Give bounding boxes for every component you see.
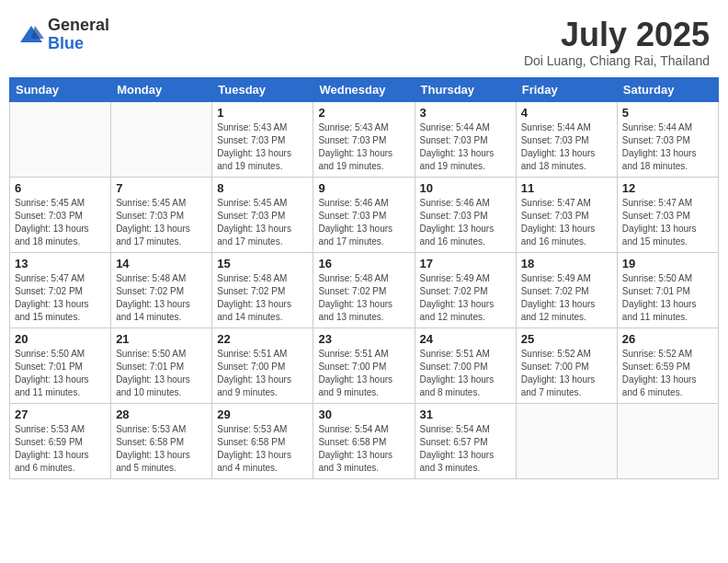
calendar-cell: 8Sunrise: 5:45 AM Sunset: 7:03 PM Daylig…: [212, 177, 313, 252]
calendar-cell: 2Sunrise: 5:43 AM Sunset: 7:03 PM Daylig…: [313, 101, 415, 177]
day-number: 11: [521, 181, 612, 195]
day-number: 23: [318, 332, 409, 346]
location-title: Doi Luang, Chiang Rai, Thailand: [524, 53, 710, 68]
day-detail: Sunrise: 5:52 AM Sunset: 6:59 PM Dayligh…: [622, 348, 713, 399]
day-detail: Sunrise: 5:43 AM Sunset: 7:03 PM Dayligh…: [217, 121, 308, 173]
weekday-header-row: SundayMondayTuesdayWednesdayThursdayFrid…: [10, 77, 719, 101]
calendar-cell: 4Sunrise: 5:44 AM Sunset: 7:03 PM Daylig…: [516, 101, 617, 177]
logo-blue: Blue: [48, 35, 109, 53]
day-detail: Sunrise: 5:53 AM Sunset: 6:59 PM Dayligh…: [15, 423, 106, 475]
calendar-cell: 17Sunrise: 5:49 AM Sunset: 7:02 PM Dayli…: [415, 252, 516, 327]
day-detail: Sunrise: 5:46 AM Sunset: 7:03 PM Dayligh…: [420, 197, 511, 248]
day-number: 3: [420, 106, 511, 120]
logo-text: General Blue: [48, 17, 109, 53]
calendar-cell: 27Sunrise: 5:53 AM Sunset: 6:59 PM Dayli…: [10, 403, 111, 478]
calendar-cell: 15Sunrise: 5:48 AM Sunset: 7:02 PM Dayli…: [212, 252, 313, 327]
calendar-cell: 30Sunrise: 5:54 AM Sunset: 6:58 PM Dayli…: [313, 403, 415, 478]
day-number: 20: [15, 332, 106, 346]
day-number: 21: [116, 332, 207, 346]
calendar-cell: 13Sunrise: 5:47 AM Sunset: 7:02 PM Dayli…: [10, 252, 111, 327]
calendar-cell: 28Sunrise: 5:53 AM Sunset: 6:58 PM Dayli…: [111, 403, 212, 478]
calendar-cell: 21Sunrise: 5:50 AM Sunset: 7:01 PM Dayli…: [111, 327, 212, 403]
day-detail: Sunrise: 5:44 AM Sunset: 7:03 PM Dayligh…: [521, 121, 612, 173]
day-number: 16: [318, 257, 409, 270]
day-number: 14: [116, 257, 207, 270]
day-detail: Sunrise: 5:53 AM Sunset: 6:58 PM Dayligh…: [217, 423, 308, 475]
day-detail: Sunrise: 5:45 AM Sunset: 7:03 PM Dayligh…: [217, 197, 308, 248]
day-detail: Sunrise: 5:51 AM Sunset: 7:00 PM Dayligh…: [420, 348, 511, 399]
day-detail: Sunrise: 5:52 AM Sunset: 7:00 PM Dayligh…: [521, 348, 612, 399]
day-number: 22: [217, 332, 308, 346]
day-detail: Sunrise: 5:50 AM Sunset: 7:01 PM Dayligh…: [15, 348, 106, 399]
calendar-cell: 31Sunrise: 5:54 AM Sunset: 6:57 PM Dayli…: [415, 403, 516, 478]
weekday-header: Thursday: [415, 77, 516, 101]
calendar-cell: 29Sunrise: 5:53 AM Sunset: 6:58 PM Dayli…: [212, 403, 313, 478]
day-detail: Sunrise: 5:50 AM Sunset: 7:01 PM Dayligh…: [622, 272, 713, 324]
calendar-cell: [617, 403, 718, 478]
calendar-cell: 20Sunrise: 5:50 AM Sunset: 7:01 PM Dayli…: [10, 327, 111, 403]
calendar-cell: 18Sunrise: 5:49 AM Sunset: 7:02 PM Dayli…: [516, 252, 617, 327]
day-detail: Sunrise: 5:45 AM Sunset: 7:03 PM Dayligh…: [15, 197, 106, 248]
calendar-cell: [516, 403, 617, 478]
logo-general: General: [48, 17, 109, 35]
day-number: 10: [420, 181, 511, 195]
day-detail: Sunrise: 5:51 AM Sunset: 7:00 PM Dayligh…: [217, 348, 308, 399]
day-number: 6: [15, 181, 106, 195]
day-detail: Sunrise: 5:50 AM Sunset: 7:01 PM Dayligh…: [116, 348, 207, 399]
day-detail: Sunrise: 5:48 AM Sunset: 7:02 PM Dayligh…: [318, 272, 409, 324]
month-title: July 2025: [524, 17, 710, 53]
day-number: 15: [217, 257, 308, 270]
day-number: 13: [15, 257, 106, 270]
logo-icon: [18, 22, 44, 48]
day-detail: Sunrise: 5:54 AM Sunset: 6:58 PM Dayligh…: [318, 423, 409, 475]
calendar: SundayMondayTuesdayWednesdayThursdayFrid…: [9, 77, 719, 479]
day-detail: Sunrise: 5:46 AM Sunset: 7:03 PM Dayligh…: [318, 197, 409, 248]
day-detail: Sunrise: 5:49 AM Sunset: 7:02 PM Dayligh…: [521, 272, 612, 324]
day-detail: Sunrise: 5:43 AM Sunset: 7:03 PM Dayligh…: [318, 121, 409, 173]
calendar-cell: 24Sunrise: 5:51 AM Sunset: 7:00 PM Dayli…: [415, 327, 516, 403]
day-detail: Sunrise: 5:47 AM Sunset: 7:03 PM Dayligh…: [622, 197, 713, 248]
weekday-header: Saturday: [617, 77, 718, 101]
day-detail: Sunrise: 5:54 AM Sunset: 6:57 PM Dayligh…: [420, 423, 511, 475]
svg-marker-1: [31, 26, 44, 39]
day-detail: Sunrise: 5:44 AM Sunset: 7:03 PM Dayligh…: [420, 121, 511, 173]
day-detail: Sunrise: 5:53 AM Sunset: 6:58 PM Dayligh…: [116, 423, 207, 475]
day-number: 26: [622, 332, 713, 346]
calendar-cell: 11Sunrise: 5:47 AM Sunset: 7:03 PM Dayli…: [516, 177, 617, 252]
day-detail: Sunrise: 5:51 AM Sunset: 7:00 PM Dayligh…: [318, 348, 409, 399]
day-number: 4: [521, 106, 612, 120]
day-detail: Sunrise: 5:45 AM Sunset: 7:03 PM Dayligh…: [116, 197, 207, 248]
calendar-cell: 5Sunrise: 5:44 AM Sunset: 7:03 PM Daylig…: [617, 101, 718, 177]
day-number: 28: [116, 408, 207, 421]
day-number: 12: [622, 181, 713, 195]
page-header: General Blue July 2025 Doi Luang, Chiang…: [9, 9, 719, 72]
calendar-cell: 9Sunrise: 5:46 AM Sunset: 7:03 PM Daylig…: [313, 177, 415, 252]
day-number: 17: [420, 257, 511, 270]
day-number: 31: [420, 408, 511, 421]
calendar-week-row: 27Sunrise: 5:53 AM Sunset: 6:59 PM Dayli…: [10, 403, 719, 478]
day-detail: Sunrise: 5:48 AM Sunset: 7:02 PM Dayligh…: [116, 272, 207, 324]
day-detail: Sunrise: 5:48 AM Sunset: 7:02 PM Dayligh…: [217, 272, 308, 324]
calendar-cell: 26Sunrise: 5:52 AM Sunset: 6:59 PM Dayli…: [617, 327, 718, 403]
day-number: 8: [217, 181, 308, 195]
day-number: 1: [217, 106, 308, 120]
day-number: 19: [622, 257, 713, 270]
calendar-cell: 23Sunrise: 5:51 AM Sunset: 7:00 PM Dayli…: [313, 327, 415, 403]
day-number: 18: [521, 257, 612, 270]
day-detail: Sunrise: 5:44 AM Sunset: 7:03 PM Dayligh…: [622, 121, 713, 173]
calendar-cell: 10Sunrise: 5:46 AM Sunset: 7:03 PM Dayli…: [415, 177, 516, 252]
day-number: 25: [521, 332, 612, 346]
day-number: 7: [116, 181, 207, 195]
day-number: 5: [622, 106, 713, 120]
day-number: 29: [217, 408, 308, 421]
calendar-week-row: 13Sunrise: 5:47 AM Sunset: 7:02 PM Dayli…: [10, 252, 719, 327]
day-number: 24: [420, 332, 511, 346]
calendar-cell: 7Sunrise: 5:45 AM Sunset: 7:03 PM Daylig…: [111, 177, 212, 252]
weekday-header: Monday: [111, 77, 212, 101]
calendar-cell: 3Sunrise: 5:44 AM Sunset: 7:03 PM Daylig…: [415, 101, 516, 177]
calendar-week-row: 1Sunrise: 5:43 AM Sunset: 7:03 PM Daylig…: [10, 101, 719, 177]
calendar-cell: 25Sunrise: 5:52 AM Sunset: 7:00 PM Dayli…: [516, 327, 617, 403]
calendar-cell: 22Sunrise: 5:51 AM Sunset: 7:00 PM Dayli…: [212, 327, 313, 403]
calendar-cell: 14Sunrise: 5:48 AM Sunset: 7:02 PM Dayli…: [111, 252, 212, 327]
calendar-week-row: 20Sunrise: 5:50 AM Sunset: 7:01 PM Dayli…: [10, 327, 719, 403]
